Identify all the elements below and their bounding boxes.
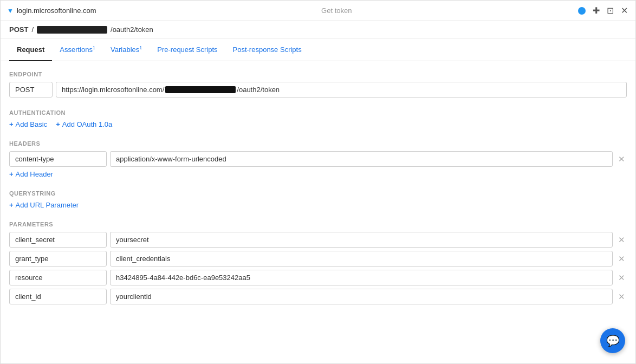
tab-post-response[interactable]: Post-response Scripts	[225, 39, 309, 61]
post-bar: POST / /oauth2/token	[1, 21, 635, 38]
chat-bubble-button[interactable]: 💬	[600, 328, 625, 353]
headers-label: HEADERS	[9, 140, 627, 147]
param-key-1[interactable]	[9, 251, 107, 266]
param-row-3: ✕	[9, 289, 627, 304]
tab-assertions[interactable]: Assertions1	[52, 38, 103, 61]
url-display[interactable]: https://login.microsoftonline.com/ /oaut…	[56, 82, 627, 98]
add-url-param-button[interactable]: Add URL Parameter	[9, 201, 79, 209]
post-path-redacted	[37, 26, 107, 34]
param-key-2[interactable]	[9, 270, 107, 285]
parameters-section: PARAMETERS ✕ ✕ ✕ ✕	[9, 221, 627, 304]
authentication-label: AUTHENTICATION	[9, 109, 627, 116]
top-bar-actions: ✚ ⊡ ✕	[577, 6, 629, 16]
header-delete-0[interactable]: ✕	[616, 154, 627, 164]
method-input[interactable]	[9, 82, 53, 98]
param-delete-2[interactable]: ✕	[616, 273, 627, 283]
param-value-0[interactable]	[110, 232, 613, 248]
url-redacted	[165, 86, 236, 93]
chat-icon: 💬	[606, 334, 620, 347]
chevron-icon[interactable]: ▼	[7, 7, 14, 15]
param-delete-3[interactable]: ✕	[616, 292, 627, 302]
header-key-0[interactable]	[9, 151, 107, 167]
header-row-0: ✕	[9, 151, 627, 167]
querystring-section: QUERYSTRING Add URL Parameter	[9, 190, 627, 209]
param-key-3[interactable]	[9, 289, 107, 304]
url-suffix: /oauth2/token	[237, 86, 280, 94]
param-row-2: ✕	[9, 270, 627, 285]
param-delete-0[interactable]: ✕	[616, 235, 627, 245]
param-key-0[interactable]	[9, 232, 107, 248]
header-value-0[interactable]	[110, 151, 613, 167]
param-value-2[interactable]	[110, 270, 613, 285]
endpoint-row: https://login.microsoftonline.com/ /oaut…	[9, 82, 627, 98]
status-icon	[577, 6, 587, 16]
add-icon[interactable]: ✚	[591, 6, 601, 16]
authentication-section: AUTHENTICATION Add Basic Add OAuth 1.0a	[9, 109, 627, 128]
content-area: ENDPOINT https://login.microsoftonline.c…	[1, 61, 635, 326]
add-basic-button[interactable]: Add Basic	[9, 120, 47, 128]
param-value-3[interactable]	[110, 289, 613, 304]
add-oauth-button[interactable]: Add OAuth 1.0a	[56, 120, 112, 128]
tabs-row: Request Assertions1 Variables1 Pre-reque…	[1, 38, 635, 61]
headers-section: HEADERS ✕ Add Header	[9, 140, 627, 178]
param-row-1: ✕	[9, 251, 627, 266]
add-header-button[interactable]: Add Header	[9, 170, 53, 178]
param-value-1[interactable]	[110, 251, 613, 266]
domain-label: login.microsoftonline.com	[17, 6, 96, 15]
endpoint-section: ENDPOINT https://login.microsoftonline.c…	[9, 71, 627, 98]
close-icon[interactable]: ✕	[619, 6, 629, 16]
tab-request[interactable]: Request	[9, 39, 52, 61]
post-method-label: POST	[9, 25, 28, 34]
main-container: ▼ login.microsoftonline.com Get token ✚ …	[0, 0, 636, 364]
url-prefix: https://login.microsoftonline.com/	[62, 86, 164, 94]
post-path-suffix: /oauth2/token	[111, 25, 153, 34]
request-title: Get token	[96, 6, 577, 15]
tab-variables[interactable]: Variables1	[103, 38, 150, 61]
tab-pre-request[interactable]: Pre-request Scripts	[150, 39, 225, 61]
param-row-0: ✕	[9, 232, 627, 248]
endpoint-label: ENDPOINT	[9, 71, 627, 77]
param-delete-1[interactable]: ✕	[616, 254, 627, 264]
post-path-prefix: /	[31, 25, 34, 34]
querystring-label: QUERYSTRING	[9, 190, 627, 197]
parameters-label: PARAMETERS	[9, 221, 627, 227]
copy-icon[interactable]: ⊡	[605, 6, 615, 16]
top-bar: ▼ login.microsoftonline.com Get token ✚ …	[1, 1, 635, 21]
